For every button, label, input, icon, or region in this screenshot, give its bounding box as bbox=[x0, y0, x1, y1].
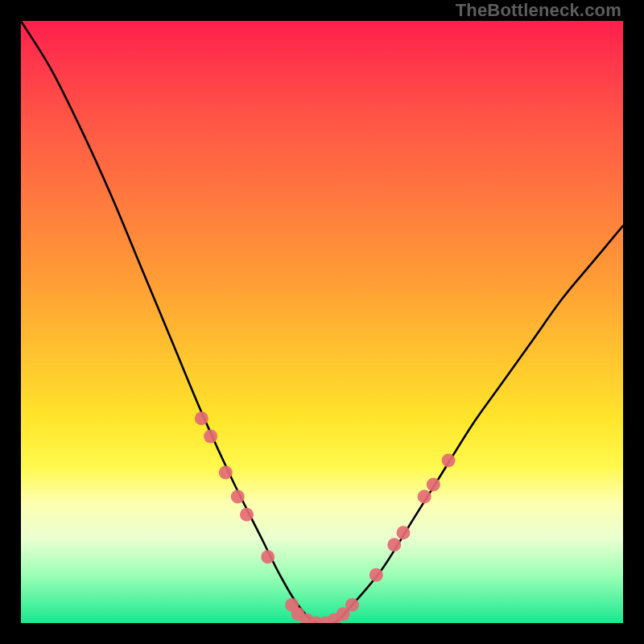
highlight-marker bbox=[219, 466, 233, 480]
highlight-marker bbox=[387, 538, 401, 551]
highlight-marker bbox=[231, 489, 245, 503]
highlight-marker bbox=[195, 411, 208, 425]
highlight-markers bbox=[195, 411, 456, 623]
chart-area bbox=[21, 21, 623, 623]
highlight-marker bbox=[418, 489, 431, 503]
highlight-marker bbox=[204, 430, 217, 444]
highlight-marker bbox=[240, 508, 254, 522]
highlight-marker bbox=[261, 550, 275, 564]
highlight-marker bbox=[345, 598, 359, 612]
bottleneck-curve bbox=[21, 21, 623, 623]
highlight-marker bbox=[369, 568, 383, 582]
watermark-text: TheBottleneck.com bbox=[456, 0, 621, 21]
highlight-marker bbox=[396, 526, 410, 539]
chart-svg bbox=[21, 21, 623, 623]
highlight-marker bbox=[427, 477, 440, 491]
highlight-marker bbox=[442, 454, 456, 468]
